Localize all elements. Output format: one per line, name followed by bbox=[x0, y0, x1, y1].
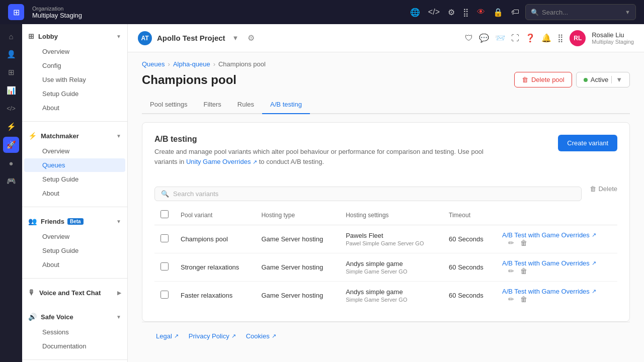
search-variants-input[interactable] bbox=[173, 190, 575, 198]
sidebar-lobby-header[interactable]: ⊞ Lobby ▼ bbox=[22, 28, 127, 44]
footer-legal[interactable]: Legal ↗ bbox=[156, 332, 179, 340]
project-dropdown-icon[interactable]: ▼ bbox=[232, 34, 239, 42]
project-name[interactable]: Apollo Test Project bbox=[157, 34, 225, 42]
footer-cookies[interactable]: Cookies ↗ bbox=[246, 332, 276, 340]
search-dropdown-icon[interactable]: ▼ bbox=[625, 9, 630, 15]
breadcrumb-queues[interactable]: Queues bbox=[142, 60, 165, 68]
user-initials: RL bbox=[574, 35, 582, 42]
sidebar-friends-about[interactable]: About bbox=[24, 258, 125, 272]
sidebar-lobby-about[interactable]: About bbox=[24, 101, 125, 115]
expand-header-icon[interactable]: ⛶ bbox=[511, 34, 519, 43]
tab-ab-testing[interactable]: A/B testing bbox=[262, 96, 310, 114]
row-pool-variant: Champions pool bbox=[175, 225, 255, 253]
sidebar-safevoice-label: Safe Voice bbox=[41, 313, 73, 321]
hosting-settings-sub: Pawel Simple Game Server GO bbox=[346, 240, 437, 246]
home-button[interactable]: ⊞ bbox=[8, 4, 24, 20]
footer-privacy[interactable]: Privacy Policy ↗ bbox=[189, 332, 236, 340]
tab-filters[interactable]: Filters bbox=[195, 96, 229, 114]
sidebar-section-matchmaker: ⚡ Matchmaker ▼ Overview Queues Setup Gui… bbox=[22, 124, 127, 205]
nav-code[interactable]: </> bbox=[3, 101, 19, 117]
nav-rocket[interactable]: 🚀 bbox=[3, 137, 19, 153]
nav-bolt[interactable]: ⚡ bbox=[3, 119, 19, 135]
status-label: Active bbox=[591, 76, 608, 83]
search-bar[interactable]: 🔍 bbox=[154, 187, 582, 201]
user-name: Rosalie Liu bbox=[592, 31, 634, 39]
row-hosting-settings: Andys simple game Simple Game Server GO bbox=[340, 282, 443, 310]
delete-row-icon[interactable]: 🗑 bbox=[518, 265, 529, 277]
select-all-checkbox[interactable] bbox=[160, 210, 169, 218]
org-name: Multiplay Staging bbox=[32, 12, 82, 19]
edit-icon[interactable]: ✏ bbox=[506, 237, 516, 249]
row-checkbox[interactable] bbox=[160, 262, 169, 270]
th-checkbox bbox=[154, 205, 175, 225]
tab-rules[interactable]: Rules bbox=[229, 96, 262, 114]
sidebar-matchmaker-queues[interactable]: Queues bbox=[24, 158, 125, 172]
sidebar-safevoice-header[interactable]: 🔊 Safe Voice ▼ bbox=[22, 309, 127, 325]
ab-description-block: A/B testing Create and manage pool varia… bbox=[154, 135, 507, 166]
chat-header-icon[interactable]: 💬 bbox=[479, 33, 489, 43]
delete-row-icon[interactable]: 🗑 bbox=[518, 237, 529, 249]
nav-circle[interactable]: ● bbox=[3, 155, 19, 171]
shield-header-icon[interactable]: 🛡 bbox=[465, 34, 473, 43]
tab-pool-settings[interactable]: Pool settings bbox=[142, 96, 195, 114]
sidebar-matchmaker-overview[interactable]: Overview bbox=[24, 144, 125, 158]
row-checkbox[interactable] bbox=[160, 234, 169, 242]
th-actions bbox=[496, 205, 617, 225]
nav-dashboard[interactable]: ⊞ bbox=[3, 64, 19, 80]
tag-icon[interactable]: 🏷 bbox=[511, 8, 519, 17]
project-header: AT Apollo Test Project ▼ ⚙ 🛡 💬 📨 ⛶ ❓ 🔔 ⣿… bbox=[128, 24, 644, 52]
nav-users[interactable]: 👤 bbox=[3, 46, 19, 62]
delete-selected-label: Delete bbox=[598, 185, 617, 193]
row-timeout: 60 Seconds bbox=[443, 225, 496, 253]
settings-icon[interactable]: ⚙ bbox=[448, 8, 455, 17]
sidebar-matchmaker-about[interactable]: About bbox=[24, 187, 125, 200]
help-header-icon[interactable]: ❓ bbox=[525, 33, 535, 43]
sidebar-friends-setup[interactable]: Setup Guide bbox=[24, 244, 125, 257]
search-input[interactable] bbox=[542, 9, 625, 16]
grid-icon[interactable]: ⣿ bbox=[463, 8, 469, 17]
hosting-settings-sub: Simple Game Server GO bbox=[346, 268, 437, 275]
topbar-search[interactable]: 🔍 ▼ bbox=[525, 4, 636, 20]
row-hosting-settings: Andys simple game Simple Game Server GO bbox=[340, 253, 443, 282]
sidebar-safevoice-sessions[interactable]: Sessions bbox=[24, 325, 125, 339]
sidebar-friends-overview[interactable]: Overview bbox=[24, 230, 125, 243]
edit-icon[interactable]: ✏ bbox=[506, 293, 516, 305]
nav-analytics[interactable]: 📊 bbox=[3, 82, 19, 99]
globe-icon[interactable]: 🌐 bbox=[410, 8, 420, 17]
sidebar-lobby-config[interactable]: Config bbox=[24, 59, 125, 72]
sidebar-safevoice-docs[interactable]: Documentation bbox=[24, 339, 125, 353]
sidebar-voice-header[interactable]: 🎙 Voice and Text Chat ▶ bbox=[22, 285, 127, 301]
delete-selected-button[interactable]: 🗑 Delete bbox=[590, 185, 617, 193]
sidebar-matchmaker-header[interactable]: ⚡ Matchmaker ▼ bbox=[22, 128, 127, 144]
apps-header-icon[interactable]: ⣿ bbox=[557, 33, 564, 43]
breadcrumb-alpha-queue[interactable]: Alpha-queue bbox=[173, 60, 210, 68]
sidebar-friends-label: Friends bbox=[41, 218, 64, 225]
ab-unity-link[interactable]: Unity Game Overrides ↗ bbox=[186, 158, 259, 165]
sidebar-lobby-relay[interactable]: Use with Relay bbox=[24, 73, 125, 86]
sidebar-lobby-overview[interactable]: Overview bbox=[24, 45, 125, 58]
trash-selected-icon: 🗑 bbox=[590, 185, 596, 193]
project-header-right: 🛡 💬 📨 ⛶ ❓ 🔔 ⣿ RL Rosalie Liu Multiplay S… bbox=[465, 30, 634, 46]
row-hosting-type: Game Server hosting bbox=[255, 253, 340, 282]
project-settings-icon[interactable]: ⚙ bbox=[248, 33, 255, 43]
sidebar-friends-header[interactable]: 👥 Friends Beta ▼ bbox=[22, 213, 127, 229]
bell-header-icon[interactable]: 🔔 bbox=[541, 33, 551, 43]
lock-icon[interactable]: 🔒 bbox=[493, 8, 503, 17]
edit-icon[interactable]: ✏ bbox=[506, 265, 516, 277]
status-dropdown-icon[interactable]: ▼ bbox=[611, 76, 622, 83]
row-checkbox[interactable] bbox=[160, 291, 169, 299]
code-icon[interactable]: </> bbox=[428, 8, 440, 17]
create-variant-button[interactable]: Create variant bbox=[558, 135, 617, 151]
matchmaker-icon: ⚡ bbox=[28, 132, 37, 140]
sidebar-matchmaker-setup[interactable]: Setup Guide bbox=[24, 172, 125, 186]
sidebar-lobby-setup[interactable]: Setup Guide bbox=[24, 87, 125, 101]
nav-gamepad[interactable]: 🎮 bbox=[3, 173, 19, 189]
eye-icon[interactable]: 👁 bbox=[477, 8, 485, 17]
sidebar-section-safe-voice: 🔊 Safe Voice ▼ Sessions Documentation bbox=[22, 305, 127, 357]
nav-home[interactable]: ⌂ bbox=[3, 28, 19, 44]
delete-pool-button[interactable]: 🗑 Delete pool bbox=[514, 72, 572, 87]
mail-header-icon[interactable]: 📨 bbox=[495, 33, 505, 43]
status-button[interactable]: Active ▼ bbox=[576, 72, 630, 87]
delete-row-icon[interactable]: 🗑 bbox=[518, 293, 529, 305]
table-row: Champions pool Game Server hosting Pawel… bbox=[154, 225, 617, 253]
